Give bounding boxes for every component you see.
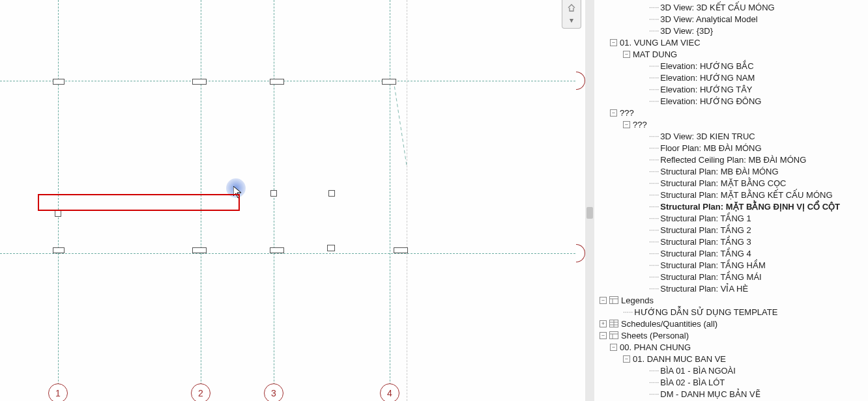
dropdown-icon[interactable]: ▾	[567, 16, 576, 25]
expand-toggle-icon[interactable]: −	[623, 121, 630, 128]
navigation-widget[interactable]: ▾	[562, 0, 581, 29]
tree-item-sheet[interactable]: ·····BÌA 01 - BÌA NGOÀI	[594, 365, 868, 376]
tree-label: Schedules/Quantities (all)	[621, 319, 717, 329]
scrollbar-thumb[interactable]	[586, 207, 593, 219]
tree-item-plan[interactable]: ·····Structural Plan: MB ĐÀI MÓNG	[594, 165, 868, 177]
column[interactable]	[270, 79, 284, 85]
svg-rect-8	[610, 332, 618, 339]
tree-item-plan[interactable]: ·····Floor Plan: MB ĐÀI MÓNG	[594, 142, 868, 154]
tree-item-matdung[interactable]: −MAT DUNG	[594, 48, 868, 60]
expand-toggle-icon[interactable]: −	[623, 355, 630, 363]
grid-bubble-right-h1	[576, 72, 585, 90]
tree-connector-icon: ·····	[649, 261, 659, 269]
tree-item-3dview[interactable]: ·····3D View: {3D}	[594, 25, 868, 36]
tree-item-danhmuc[interactable]: −01. DANH MUC BAN VE	[594, 353, 868, 365]
column[interactable]	[53, 79, 65, 85]
tree-label: 00. PHAN CHUNG	[620, 342, 691, 352]
tree-item-plan[interactable]: ·····Structural Plan: TẦNG MÁI	[594, 271, 868, 283]
tree-item-sheet[interactable]: ·····DM - DANH MỤC BẢN VẼ	[594, 388, 868, 400]
tree-label: Structural Plan: MẶT BẰNG ĐỊNH VỊ CỔ CỘT	[660, 202, 840, 212]
tree-label: Elevation: HƯỚNG TÂY	[660, 85, 752, 94]
tree-item-plan[interactable]: ·····3D View: 3D KIEN TRUC	[594, 130, 868, 142]
svg-rect-1	[610, 297, 618, 304]
tree-connector-icon: ·····	[649, 85, 659, 93]
tree-connector-icon: ·····	[649, 366, 659, 374]
column[interactable]	[382, 79, 396, 85]
tree-label: BÌA 02 - BÌA LÓT	[660, 378, 725, 387]
tree-item-schedules[interactable]: +Schedules/Quantities (all)	[594, 318, 868, 329]
column[interactable]	[270, 190, 277, 197]
column[interactable]	[394, 247, 408, 253]
tree-item-elevation[interactable]: ·····Elevation: HƯỚNG ĐÔNG	[594, 95, 868, 107]
tree-label: Structural Plan: TẦNG 4	[660, 249, 751, 258]
gridline-aux	[407, 0, 407, 401]
tree-connector-icon: ·····	[649, 214, 659, 222]
gridline-1	[58, 0, 59, 401]
tree-item-unknown[interactable]: −???	[594, 107, 868, 118]
expand-toggle-icon[interactable]: −	[610, 109, 617, 117]
tree-item-sheet[interactable]: ·····BÌA 02 - BÌA LÓT	[594, 376, 868, 388]
gridline-h1	[0, 81, 585, 81]
column[interactable]	[192, 79, 207, 85]
tree-item-phanchung[interactable]: −00. PHAN CHUNG	[594, 341, 868, 353]
tree-connector-icon: ·····	[649, 27, 659, 35]
column[interactable]	[327, 245, 335, 251]
tree-item-plan[interactable]: ·····Structural Plan: MẶT BẰNG KẾT CẤU M…	[594, 189, 868, 200]
tree-item-plan[interactable]: ·····Structural Plan: TẦNG 2	[594, 224, 868, 236]
expand-toggle-icon[interactable]: −	[600, 332, 607, 339]
tree-item-3dview[interactable]: ·····3D View: 3D KẾT CẤU MÓNG	[594, 1, 868, 13]
tree-item-plan[interactable]: ·····Structural Plan: MẶT BẰNG CỌC	[594, 177, 868, 189]
tree-label: Structural Plan: TẦNG HẦM	[660, 260, 766, 270]
tree-item-unknown[interactable]: −???	[594, 118, 868, 130]
grid-bubble-3: 3	[264, 383, 283, 401]
grid-bubble-2: 2	[191, 383, 210, 401]
tree-item-elevation[interactable]: ·····Elevation: HƯỚNG BẮC	[594, 60, 868, 72]
tree-item-plan[interactable]: ·····Structural Plan: VỈA HÈ	[594, 283, 868, 294]
tree-label: 01. DANH MUC BAN VE	[633, 354, 726, 364]
tree-item-legend-entry[interactable]: ·····HƯỚNG DẪN SỬ DỤNG TEMPLATE	[594, 306, 868, 318]
expand-toggle-icon[interactable]: −	[610, 344, 617, 351]
column[interactable]	[270, 247, 284, 253]
tree-item-plan[interactable]: ·····Structural Plan: TẦNG 4	[594, 247, 868, 259]
vertical-scrollbar[interactable]	[585, 0, 594, 401]
expand-toggle-icon[interactable]: −	[623, 51, 630, 58]
tree-item-sheets[interactable]: −Sheets (Personal)	[594, 329, 868, 341]
tree-connector-icon: ·····	[649, 179, 659, 187]
tree-connector-icon: ·····	[649, 378, 659, 386]
expand-toggle-icon[interactable]: −	[600, 297, 607, 304]
expand-toggle-icon[interactable]: +	[600, 320, 607, 327]
tree-label: Legends	[621, 296, 654, 305]
tree-item-3dview[interactable]: ·····3D View: Analytical Model	[594, 13, 868, 25]
legend-icon	[609, 296, 618, 304]
expand-toggle-icon[interactable]: −	[610, 39, 617, 46]
tree-item-vunglamviec[interactable]: −01. VUNG LAM VIEC	[594, 36, 868, 48]
project-browser[interactable]: ·····3D View: 3D KẾT CẤU MÓNG·····3D Vie…	[594, 0, 868, 401]
column[interactable]	[55, 210, 61, 217]
cursor-icon	[233, 186, 244, 199]
tree-item-elevation[interactable]: ·····Elevation: HƯỚNG NAM	[594, 72, 868, 83]
tree-label: 3D View: {3D}	[660, 26, 713, 36]
tree-label: 3D View: Analytical Model	[660, 14, 757, 24]
tree-item-plan[interactable]: ·····Structural Plan: TẦNG 3	[594, 236, 868, 247]
grid-bubble-4: 4	[380, 383, 399, 401]
tree-label: MAT DUNG	[633, 49, 677, 59]
drawing-canvas[interactable]: 1 2 3 4 ▾	[0, 0, 585, 401]
tree-item-elevation[interactable]: ·····Elevation: HƯỚNG TÂY	[594, 83, 868, 95]
tree-connector-icon: ·····	[649, 249, 659, 257]
cursor-highlight	[226, 178, 246, 198]
column[interactable]	[53, 247, 65, 253]
tree-item-plan[interactable]: ·····Reflected Ceiling Plan: MB ĐÀI MÓNG	[594, 154, 868, 165]
tree-item-plan[interactable]: ·····Structural Plan: TẦNG HẦM	[594, 259, 868, 271]
home-icon[interactable]	[567, 3, 576, 12]
tree-connector-icon: ·····	[649, 191, 659, 199]
tree-connector-icon: ·····	[649, 3, 659, 11]
column[interactable]	[192, 247, 207, 253]
tree-item-plan[interactable]: ·····Structural Plan: MẶT BẰNG ĐỊNH VỊ C…	[594, 200, 868, 212]
tree-connector-icon: ·····	[649, 226, 659, 234]
tree-connector-icon: ·····	[649, 97, 659, 105]
tree-connector-icon: ·····	[623, 308, 633, 316]
tree-label: Elevation: HƯỚNG ĐÔNG	[660, 96, 761, 106]
tree-item-legends[interactable]: −Legends	[594, 294, 868, 306]
column[interactable]	[328, 190, 335, 197]
tree-item-plan[interactable]: ·····Structural Plan: TẦNG 1	[594, 212, 868, 224]
